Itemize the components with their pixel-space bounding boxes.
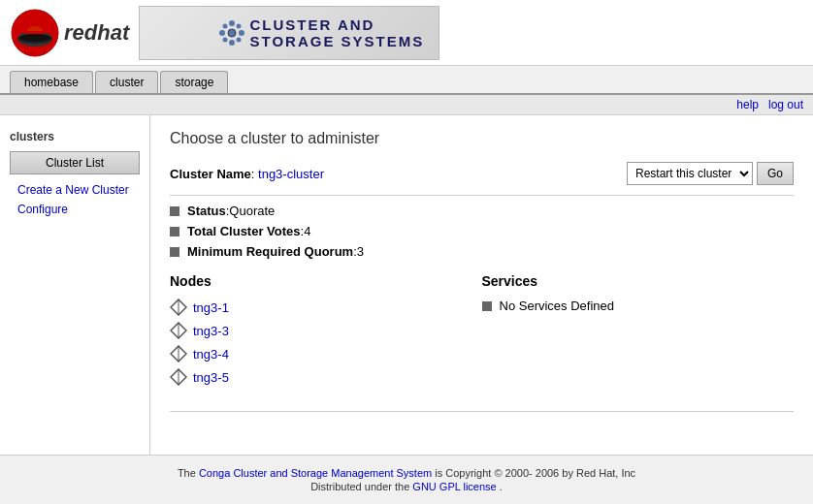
- footer-copyright: is Copyright © 2000- 2006 by: [435, 467, 573, 479]
- cluster-name-colon: :: [251, 167, 258, 181]
- svg-point-8: [229, 20, 235, 26]
- votes-bullet: [170, 227, 179, 236]
- services-title: Services: [482, 273, 795, 289]
- node-link[interactable]: tng3-4: [193, 347, 229, 362]
- services-column: Services No Services Defined: [482, 273, 795, 392]
- sidebar-title: clusters: [10, 130, 140, 143]
- gpl-link[interactable]: GNU GPL license: [412, 481, 496, 492]
- svg-point-6: [19, 34, 50, 42]
- help-link[interactable]: help: [736, 98, 759, 111]
- footer-company: Red Hat, Inc: [576, 467, 635, 479]
- footer-license-suffix: .: [500, 481, 503, 492]
- footer-license-prefix: Distributed under the: [310, 481, 409, 492]
- page-header: redhat CLUSTER AND STORAGE SYSTEMS: [0, 0, 813, 66]
- nodes-column: Nodes tng3-1 tng3-3: [170, 273, 482, 392]
- cluster-list-button[interactable]: Cluster List: [10, 151, 140, 174]
- no-services-text: No Services Defined: [500, 299, 615, 313]
- quorum-row: Minimum Required Quorum: 3: [170, 244, 794, 259]
- svg-point-12: [223, 23, 228, 28]
- logout-link[interactable]: log out: [768, 98, 803, 111]
- svg-point-14: [237, 23, 242, 28]
- svg-point-9: [229, 40, 235, 46]
- tab-storage[interactable]: storage: [160, 71, 228, 93]
- node-link[interactable]: tng3-1: [193, 300, 229, 315]
- votes-label: Total Cluster Votes: [187, 224, 301, 238]
- footer: The Conga Cluster and Storage Management…: [0, 455, 813, 504]
- node-icon: [170, 345, 187, 362]
- node-icon: [170, 368, 187, 386]
- list-item: tng3-4: [170, 345, 482, 362]
- restart-select[interactable]: Restart this cluster: [627, 162, 753, 185]
- go-button[interactable]: Go: [757, 162, 794, 185]
- status-value: Quorate: [229, 204, 275, 218]
- create-cluster-link[interactable]: Create a New Cluster: [10, 180, 140, 200]
- redhat-wordmark: redhat: [64, 20, 129, 46]
- svg-point-15: [223, 37, 228, 42]
- main-layout: clusters Cluster List Create a New Clust…: [0, 115, 813, 455]
- configure-link[interactable]: Configure: [10, 200, 140, 219]
- status-row: Status: Quorate: [170, 204, 794, 218]
- banner-title: CLUSTER AND STORAGE SYSTEMS: [249, 16, 424, 49]
- content-area: Choose a cluster to administer Cluster N…: [150, 115, 813, 455]
- node-link[interactable]: tng3-3: [193, 324, 229, 338]
- svg-point-10: [219, 30, 225, 36]
- footer-prefix: The: [178, 467, 196, 479]
- cluster-name-display: Cluster Name: tng3-cluster: [170, 167, 324, 181]
- list-item: tng3-1: [170, 299, 482, 316]
- quorum-value: 3: [357, 244, 364, 259]
- list-item: tng3-3: [170, 322, 482, 339]
- two-column-section: Nodes tng3-1 tng3-3: [170, 273, 794, 392]
- svg-point-11: [239, 30, 244, 36]
- divider: [170, 195, 794, 196]
- banner: CLUSTER AND STORAGE SYSTEMS: [139, 6, 439, 60]
- footer-line-1: The Conga Cluster and Storage Management…: [10, 467, 803, 479]
- page-title: Choose a cluster to administer: [170, 130, 794, 147]
- service-bullet: [482, 301, 492, 311]
- utility-bar: help log out: [0, 95, 813, 115]
- svg-point-7: [228, 29, 236, 37]
- status-bullet: [170, 206, 179, 216]
- nav-bar: homebase cluster storage: [0, 66, 813, 95]
- tab-homebase[interactable]: homebase: [10, 71, 93, 93]
- node-link[interactable]: tng3-5: [193, 370, 229, 385]
- cluster-name-value: tng3-cluster: [258, 167, 324, 181]
- conga-link[interactable]: Conga Cluster and Storage Management Sys…: [199, 467, 432, 479]
- status-label: Status: [187, 204, 226, 218]
- quorum-bullet: [170, 247, 179, 257]
- node-icon: [170, 299, 187, 316]
- footer-line-2: Distributed under the GNU GPL license .: [10, 481, 803, 492]
- cluster-name-label: Cluster Name: [170, 167, 251, 181]
- no-services-item: No Services Defined: [482, 299, 795, 313]
- quorum-label: Minimum Required Quorum: [187, 244, 353, 259]
- sidebar: clusters Cluster List Create a New Clust…: [0, 115, 150, 455]
- nodes-title: Nodes: [170, 273, 482, 289]
- logo-area: redhat: [0, 8, 129, 58]
- node-icon: [170, 322, 187, 339]
- cluster-actions: Restart this cluster Go: [627, 162, 794, 185]
- cluster-header: Cluster Name: tng3-cluster Restart this …: [170, 162, 794, 185]
- votes-row: Total Cluster Votes: 4: [170, 224, 794, 238]
- svg-point-13: [237, 37, 242, 42]
- bottom-divider: [170, 411, 794, 412]
- banner-icon: [214, 16, 249, 50]
- list-item: tng3-5: [170, 368, 482, 386]
- votes-value: 4: [304, 224, 310, 238]
- redhat-logo: redhat: [10, 8, 129, 58]
- tab-cluster[interactable]: cluster: [95, 71, 158, 93]
- redhat-hat-icon: [10, 8, 60, 58]
